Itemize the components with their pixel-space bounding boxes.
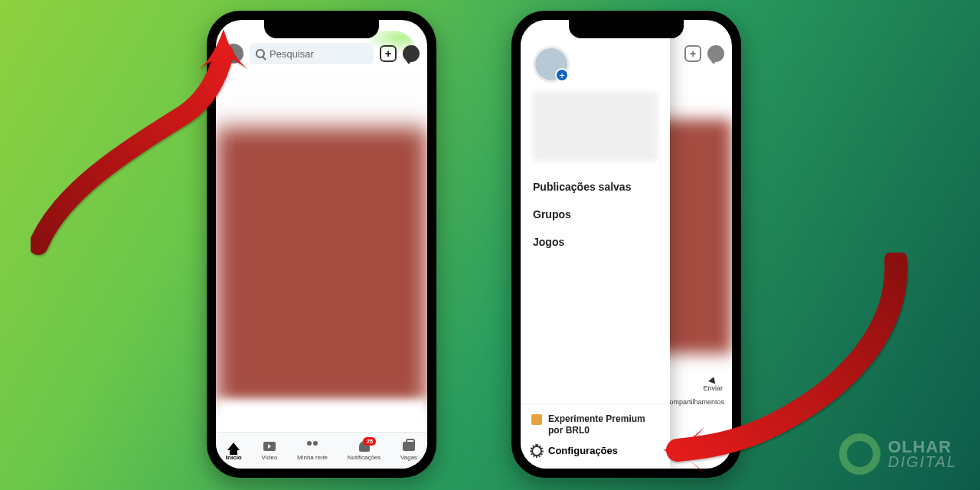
home-icon: [227, 443, 240, 450]
nav-notifications-label: Notificações: [348, 454, 381, 461]
briefcase-icon: [403, 442, 415, 451]
search-placeholder: Pesquisar: [270, 48, 314, 60]
drawer-header: +: [521, 20, 670, 167]
notifications-badge: 25: [363, 437, 376, 446]
menu-games[interactable]: Jogos: [533, 236, 658, 248]
drawer-menu: Publicações salvas Grupos Jogos: [521, 167, 670, 262]
nav-jobs-label: Vagas: [400, 454, 417, 461]
menu-saved-posts[interactable]: Publicações salvas: [533, 181, 658, 193]
menu-groups[interactable]: Grupos: [533, 208, 658, 220]
premium-line2: por BRL0: [548, 425, 645, 436]
notch: [569, 20, 684, 38]
messages-icon-bg: [707, 45, 724, 62]
premium-upsell[interactable]: Experimente Premium por BRL0: [531, 413, 659, 436]
nav-network-label: Minha rede: [297, 454, 328, 461]
compose-button-bg: +: [684, 45, 701, 62]
nav-home-label: Início: [226, 454, 242, 461]
nav-video[interactable]: Vídeo: [261, 440, 277, 461]
annotation-arrow-settings: [658, 253, 919, 482]
drawer-profile-blur: [533, 92, 658, 161]
tutorial-stage: Pesquisar + Início Vídeo Minha: [0, 0, 980, 490]
nav-video-label: Vídeo: [261, 454, 277, 461]
drawer-avatar[interactable]: +: [533, 46, 570, 83]
nav-network[interactable]: Minha rede: [297, 440, 328, 461]
messages-icon[interactable]: [403, 45, 420, 62]
annotation-arrow-avatar: [31, 15, 253, 260]
add-account-icon[interactable]: +: [555, 68, 569, 82]
nav-jobs[interactable]: Vagas: [400, 440, 417, 461]
people-icon: [306, 441, 318, 452]
feed-blur-bottom: [216, 400, 427, 433]
notch: [264, 20, 379, 38]
premium-line1: Experimente Premium: [548, 413, 645, 424]
gear-icon: [531, 446, 542, 456]
side-drawer: + Publicações salvas Grupos Jogos Experi…: [521, 20, 670, 469]
settings-button[interactable]: Configurações: [531, 445, 659, 456]
nav-notifications[interactable]: 25 Notificações: [348, 440, 381, 461]
settings-label: Configurações: [548, 445, 618, 456]
search-input[interactable]: Pesquisar: [250, 43, 374, 64]
nav-home[interactable]: Início: [226, 440, 242, 461]
bottom-nav: Início Vídeo Minha rede 25 Notificações: [216, 432, 427, 469]
search-icon: [256, 49, 265, 58]
video-icon: [263, 442, 276, 451]
premium-icon: [531, 414, 542, 425]
drawer-footer: Experimente Premium por BRL0 Configuraçõ…: [521, 403, 670, 469]
compose-button[interactable]: +: [380, 45, 397, 62]
